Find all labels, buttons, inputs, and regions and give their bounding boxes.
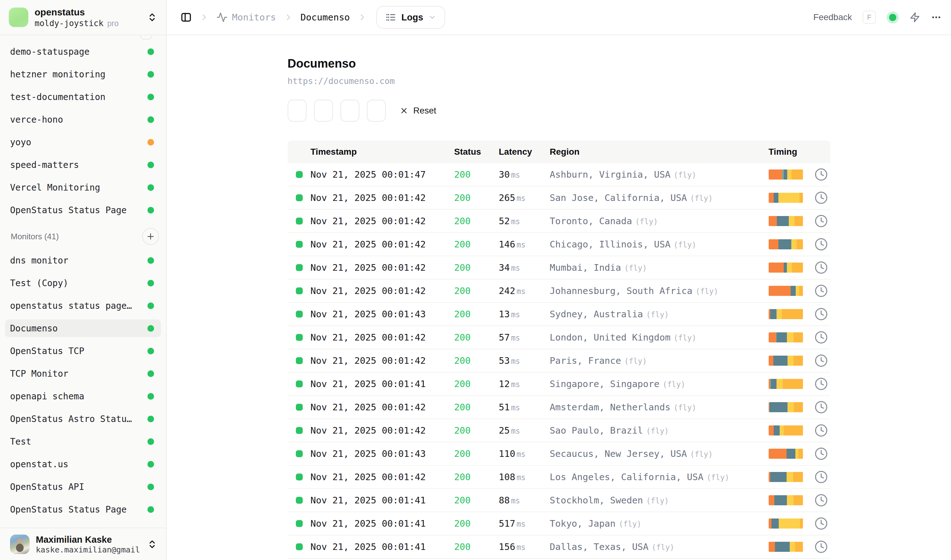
clock-icon[interactable] bbox=[814, 191, 828, 205]
sidebar-monitor-item[interactable]: OpenStatus Astro Statu… bbox=[5, 410, 161, 428]
sidebar-monitor-item[interactable]: TCP Monitor bbox=[5, 365, 161, 382]
clock-icon[interactable] bbox=[814, 540, 828, 554]
sidebar-monitor-item[interactable]: OpenStatus Status Page bbox=[5, 501, 161, 518]
col-status: Status bbox=[445, 147, 489, 157]
clock-icon[interactable] bbox=[814, 260, 828, 275]
clock-icon[interactable] bbox=[814, 214, 828, 228]
sidebar-monitor-item[interactable]: openstatus status page… bbox=[5, 297, 161, 314]
timing-segment-amber bbox=[782, 309, 803, 319]
sidebar-monitor-item[interactable]: openstat.us bbox=[5, 455, 161, 473]
user-avatar bbox=[10, 535, 29, 554]
reset-filters-button[interactable]: Reset bbox=[393, 100, 443, 122]
row-region-provider: (fly) bbox=[690, 450, 713, 459]
row-region: Stockholm, Sweden bbox=[550, 495, 643, 506]
clock-icon[interactable] bbox=[814, 354, 828, 368]
status-square-icon bbox=[296, 264, 303, 271]
clock-icon[interactable] bbox=[814, 307, 828, 322]
row-latency-unit: ms bbox=[511, 380, 520, 389]
status-pages-list: demo-statuspage hetzner monitoring test-… bbox=[5, 43, 161, 219]
table-row[interactable]: Nov 21, 2025 00:01:41 200 517ms Tokyo, J… bbox=[288, 512, 830, 535]
table-row[interactable]: Nov 21, 2025 00:01:42 200 265ms San Jose… bbox=[288, 186, 830, 210]
clock-icon[interactable] bbox=[814, 493, 828, 508]
filter-button[interactable] bbox=[340, 100, 359, 122]
clock-icon[interactable] bbox=[814, 400, 828, 414]
table-row[interactable]: Nov 21, 2025 00:01:43 200 13ms Sydney, A… bbox=[288, 303, 830, 326]
sidebar-item-label: hetzner monitoring bbox=[10, 69, 105, 80]
status-square-icon bbox=[296, 380, 303, 388]
sidebar-toggle-button[interactable] bbox=[180, 12, 192, 23]
timing-segment-amber bbox=[799, 193, 803, 203]
row-latency: 517 bbox=[499, 518, 515, 529]
clock-icon[interactable] bbox=[814, 237, 828, 252]
monitors-section-label: Monitors (41) bbox=[11, 232, 59, 242]
row-status-code: 200 bbox=[445, 542, 489, 552]
clock-icon[interactable] bbox=[814, 284, 828, 298]
user-email: kaske.maximilian@gmail… bbox=[36, 545, 140, 554]
table-row[interactable]: Nov 21, 2025 00:01:41 200 12ms Singapore… bbox=[288, 372, 830, 396]
feedback-link[interactable]: Feedback bbox=[813, 12, 852, 22]
sidebar-status-page-item[interactable]: test-documentation bbox=[5, 88, 161, 106]
sidebar-status-page-item[interactable]: demo-statuspage bbox=[5, 43, 161, 60]
breadcrumb-monitors-link[interactable]: Monitors bbox=[216, 12, 276, 23]
filter-button[interactable] bbox=[367, 100, 386, 122]
status-dot bbox=[148, 48, 154, 55]
sidebar-monitor-item[interactable]: Test (Copy) bbox=[5, 274, 161, 292]
row-latency: 265 bbox=[499, 192, 515, 203]
timing-segment-amber bbox=[794, 402, 803, 412]
table-row[interactable]: Nov 21, 2025 00:01:42 200 52ms Toronto, … bbox=[288, 210, 830, 233]
sidebar-monitor-item[interactable]: dns monitor bbox=[5, 252, 161, 269]
status-square-icon bbox=[296, 427, 303, 434]
table-row[interactable]: Nov 21, 2025 00:01:42 200 53ms Paris, Fr… bbox=[288, 349, 830, 372]
sidebar-status-page-item[interactable]: yoyo bbox=[5, 133, 161, 151]
sidebar-monitor-item[interactable]: OpenStatus API bbox=[5, 478, 161, 495]
clock-icon[interactable] bbox=[814, 167, 828, 182]
clock-icon[interactable] bbox=[814, 423, 828, 438]
sidebar-status-page-item[interactable]: hetzner monitoring bbox=[5, 65, 161, 83]
sidebar-item-label: Documenso bbox=[10, 323, 58, 334]
timing-segment-yellow bbox=[789, 216, 794, 226]
table-row[interactable]: Nov 21, 2025 00:01:42 200 146ms Chicago,… bbox=[288, 233, 830, 256]
table-row[interactable]: Nov 21, 2025 00:01:47 200 30ms Ashburn, … bbox=[288, 163, 830, 186]
table-row[interactable]: Nov 21, 2025 00:01:42 200 242ms Johannes… bbox=[288, 280, 830, 303]
sidebar-status-page-item[interactable]: Vercel Monitoring bbox=[5, 178, 161, 196]
clock-icon[interactable] bbox=[814, 446, 828, 461]
view-selector-label: Logs bbox=[402, 12, 423, 23]
sidebar-status-page-item[interactable]: speed-matters bbox=[5, 156, 161, 174]
more-menu-button[interactable] bbox=[931, 12, 942, 23]
table-row[interactable]: Nov 21, 2025 00:01:42 200 108ms Los Ange… bbox=[288, 466, 830, 489]
status-dot bbox=[148, 416, 154, 422]
command-button[interactable] bbox=[909, 12, 920, 23]
row-region-provider: (fly) bbox=[674, 334, 696, 342]
sidebar-monitor-item[interactable]: Test bbox=[5, 433, 161, 450]
sidebar-status-page-item[interactable]: verce-hono bbox=[5, 111, 161, 128]
filter-bar: Reset bbox=[288, 100, 830, 122]
breadcrumb-monitors-label: Monitors bbox=[232, 12, 276, 23]
breadcrumb-monitor-label[interactable]: Documenso bbox=[300, 12, 350, 23]
table-row[interactable]: Nov 21, 2025 00:01:43 200 110ms Secaucus… bbox=[288, 442, 830, 466]
status-dot bbox=[148, 139, 154, 146]
sidebar-monitor-item[interactable]: OpenStatus TCP bbox=[5, 342, 161, 360]
timing-segment-amber bbox=[794, 216, 803, 226]
clock-icon[interactable] bbox=[814, 516, 828, 531]
table-row[interactable]: Nov 21, 2025 00:01:42 200 34ms Mumbai, I… bbox=[288, 256, 830, 280]
table-row[interactable]: Nov 21, 2025 00:01:42 200 51ms Amsterdam… bbox=[288, 396, 830, 419]
workspace-switcher[interactable]: openstatus moldy-joystick pro bbox=[0, 0, 166, 35]
table-row[interactable]: Nov 21, 2025 00:01:41 200 156ms Dallas, … bbox=[288, 535, 830, 559]
clock-icon[interactable] bbox=[814, 377, 828, 391]
view-selector-button[interactable]: Logs bbox=[376, 6, 445, 29]
row-latency: 242 bbox=[499, 286, 515, 296]
filter-button[interactable] bbox=[288, 100, 306, 122]
sidebar-monitor-item[interactable]: openapi schema bbox=[5, 388, 161, 405]
clock-icon[interactable] bbox=[814, 470, 828, 484]
add-monitor-button[interactable] bbox=[142, 228, 159, 245]
clock-icon[interactable] bbox=[814, 330, 828, 345]
table-row[interactable]: Nov 21, 2025 00:01:42 200 25ms Sao Paulo… bbox=[288, 419, 830, 442]
row-latency: 51 bbox=[499, 402, 510, 412]
col-latency: Latency bbox=[489, 147, 540, 157]
sidebar-monitor-item[interactable]: Documenso bbox=[5, 320, 161, 337]
user-menu[interactable]: Maximilian Kaske kaske.maximilian@gmail… bbox=[0, 528, 166, 560]
table-row[interactable]: Nov 21, 2025 00:01:42 200 57ms London, U… bbox=[288, 326, 830, 349]
filter-button[interactable] bbox=[314, 100, 333, 122]
sidebar-status-page-item[interactable]: OpenStatus Status Page bbox=[5, 201, 161, 219]
table-row[interactable]: Nov 21, 2025 00:01:41 200 88ms Stockholm… bbox=[288, 489, 830, 512]
